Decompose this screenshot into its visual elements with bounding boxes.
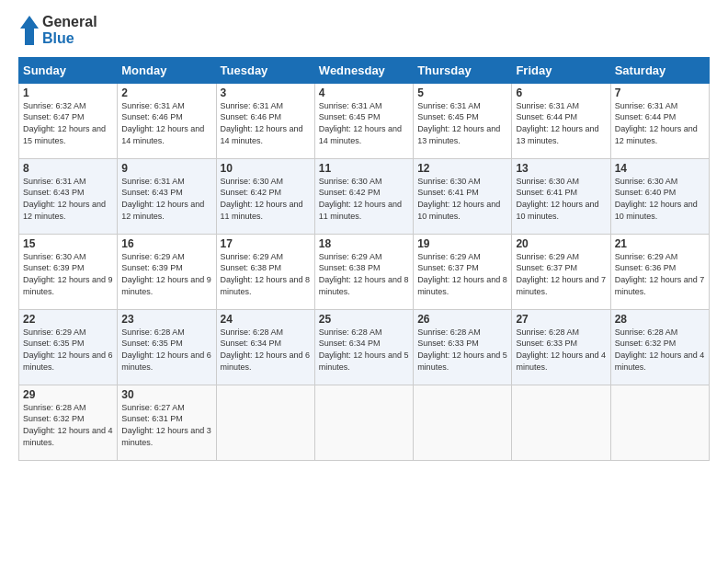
day-info: Sunrise: 6:28 AMSunset: 6:32 PMDaylight:… [23,402,113,448]
day-number: 10 [221,162,311,175]
day-number: 11 [319,162,409,175]
day-info: Sunrise: 6:32 AMSunset: 6:47 PMDaylight:… [23,100,113,146]
day-number: 21 [615,237,705,250]
day-info: Sunrise: 6:29 AMSunset: 6:39 PMDaylight:… [121,251,211,297]
day-info: Sunrise: 6:30 AMSunset: 6:41 PMDaylight:… [417,176,507,222]
calendar-cell: 7Sunrise: 6:31 AMSunset: 6:44 PMDaylight… [610,83,709,158]
day-number: 19 [417,237,507,250]
day-info: Sunrise: 6:31 AMSunset: 6:45 PMDaylight:… [417,100,507,146]
calendar-cell: 6Sunrise: 6:31 AMSunset: 6:44 PMDaylight… [512,83,610,158]
calendar-cell: 27Sunrise: 6:28 AMSunset: 6:33 PMDayligh… [512,309,610,385]
calendar-cell [610,385,709,460]
calendar-cell: 8Sunrise: 6:31 AMSunset: 6:43 PMDaylight… [19,158,118,234]
day-number: 27 [516,313,606,326]
day-number: 22 [23,313,113,326]
calendar-cell: 4Sunrise: 6:31 AMSunset: 6:45 PMDaylight… [314,83,413,158]
calendar-cell [414,385,512,460]
calendar-week-3: 15Sunrise: 6:30 AMSunset: 6:39 PMDayligh… [19,234,710,309]
calendar-header-tuesday: Tuesday [216,57,314,83]
day-info: Sunrise: 6:29 AMSunset: 6:37 PMDaylight:… [417,251,507,297]
calendar-cell: 21Sunrise: 6:29 AMSunset: 6:36 PMDayligh… [610,234,709,309]
calendar-cell: 17Sunrise: 6:29 AMSunset: 6:38 PMDayligh… [216,234,314,309]
calendar-week-1: 1Sunrise: 6:32 AMSunset: 6:47 PMDaylight… [19,83,710,158]
calendar-cell: 2Sunrise: 6:31 AMSunset: 6:46 PMDaylight… [118,83,216,158]
day-info: Sunrise: 6:31 AMSunset: 6:44 PMDaylight:… [516,100,606,146]
calendar-header-sunday: Sunday [19,57,118,83]
day-info: Sunrise: 6:28 AMSunset: 6:34 PMDaylight:… [319,327,409,373]
day-info: Sunrise: 6:27 AMSunset: 6:31 PMDaylight:… [121,402,211,448]
calendar-cell [512,385,610,460]
calendar-cell: 3Sunrise: 6:31 AMSunset: 6:46 PMDaylight… [216,83,314,158]
calendar-header-monday: Monday [118,57,216,83]
calendar-cell: 23Sunrise: 6:28 AMSunset: 6:35 PMDayligh… [118,309,216,385]
day-info: Sunrise: 6:28 AMSunset: 6:34 PMDaylight:… [221,327,311,373]
logo-general: General [42,14,97,30]
calendar-cell: 29Sunrise: 6:28 AMSunset: 6:32 PMDayligh… [19,385,118,460]
day-number: 1 [23,86,113,99]
day-info: Sunrise: 6:28 AMSunset: 6:32 PMDaylight:… [615,327,705,373]
day-info: Sunrise: 6:30 AMSunset: 6:42 PMDaylight:… [319,176,409,222]
calendar-cell: 24Sunrise: 6:28 AMSunset: 6:34 PMDayligh… [216,309,314,385]
calendar-week-2: 8Sunrise: 6:31 AMSunset: 6:43 PMDaylight… [19,158,710,234]
logo-container: General Blue [18,14,97,48]
logo-bird-icon [18,14,40,47]
day-info: Sunrise: 6:29 AMSunset: 6:38 PMDaylight:… [221,251,311,297]
calendar-cell: 15Sunrise: 6:30 AMSunset: 6:39 PMDayligh… [19,234,118,309]
day-info: Sunrise: 6:28 AMSunset: 6:33 PMDaylight:… [516,327,606,373]
svg-marker-0 [20,16,39,45]
day-number: 4 [319,86,409,99]
calendar-cell: 30Sunrise: 6:27 AMSunset: 6:31 PMDayligh… [118,385,216,460]
day-info: Sunrise: 6:31 AMSunset: 6:44 PMDaylight:… [615,100,705,146]
day-info: Sunrise: 6:29 AMSunset: 6:38 PMDaylight:… [319,251,409,297]
day-number: 9 [121,162,211,175]
day-info: Sunrise: 6:31 AMSunset: 6:45 PMDaylight:… [319,100,409,146]
header: General Blue [18,14,710,48]
day-info: Sunrise: 6:30 AMSunset: 6:42 PMDaylight:… [221,176,311,222]
calendar-cell: 1Sunrise: 6:32 AMSunset: 6:47 PMDaylight… [19,83,118,158]
calendar-cell [216,385,314,460]
logo: General Blue [18,14,97,48]
day-number: 17 [221,237,311,250]
calendar-cell: 9Sunrise: 6:31 AMSunset: 6:43 PMDaylight… [118,158,216,234]
day-number: 6 [516,86,606,99]
calendar-cell: 25Sunrise: 6:28 AMSunset: 6:34 PMDayligh… [314,309,413,385]
day-number: 18 [319,237,409,250]
calendar-week-5: 29Sunrise: 6:28 AMSunset: 6:32 PMDayligh… [19,385,710,460]
day-number: 30 [121,388,211,401]
day-number: 5 [417,86,507,99]
day-number: 2 [121,86,211,99]
logo-text: General Blue [42,14,97,48]
calendar-header-thursday: Thursday [414,57,512,83]
day-number: 24 [221,313,311,326]
day-number: 8 [23,162,113,175]
day-info: Sunrise: 6:30 AMSunset: 6:41 PMDaylight:… [516,176,606,222]
day-number: 15 [23,237,113,250]
day-number: 3 [221,86,311,99]
day-number: 13 [516,162,606,175]
day-info: Sunrise: 6:30 AMSunset: 6:39 PMDaylight:… [23,251,113,297]
day-number: 12 [417,162,507,175]
calendar-cell: 11Sunrise: 6:30 AMSunset: 6:42 PMDayligh… [314,158,413,234]
calendar-cell: 5Sunrise: 6:31 AMSunset: 6:45 PMDaylight… [414,83,512,158]
calendar-cell: 18Sunrise: 6:29 AMSunset: 6:38 PMDayligh… [314,234,413,309]
day-number: 20 [516,237,606,250]
day-number: 26 [417,313,507,326]
calendar-cell: 20Sunrise: 6:29 AMSunset: 6:37 PMDayligh… [512,234,610,309]
calendar: SundayMondayTuesdayWednesdayThursdayFrid… [18,57,710,461]
calendar-cell: 14Sunrise: 6:30 AMSunset: 6:40 PMDayligh… [610,158,709,234]
day-number: 14 [615,162,705,175]
day-info: Sunrise: 6:30 AMSunset: 6:40 PMDaylight:… [615,176,705,222]
calendar-cell: 28Sunrise: 6:28 AMSunset: 6:32 PMDayligh… [610,309,709,385]
day-info: Sunrise: 6:28 AMSunset: 6:35 PMDaylight:… [121,327,211,373]
calendar-header-wednesday: Wednesday [314,57,413,83]
calendar-cell [314,385,413,460]
calendar-cell: 22Sunrise: 6:29 AMSunset: 6:35 PMDayligh… [19,309,118,385]
calendar-cell: 19Sunrise: 6:29 AMSunset: 6:37 PMDayligh… [414,234,512,309]
logo-blue: Blue [42,30,97,47]
calendar-cell: 10Sunrise: 6:30 AMSunset: 6:42 PMDayligh… [216,158,314,234]
day-number: 25 [319,313,409,326]
day-info: Sunrise: 6:28 AMSunset: 6:33 PMDaylight:… [417,327,507,373]
day-number: 23 [121,313,211,326]
day-info: Sunrise: 6:29 AMSunset: 6:37 PMDaylight:… [516,251,606,297]
day-info: Sunrise: 6:31 AMSunset: 6:43 PMDaylight:… [23,176,113,222]
